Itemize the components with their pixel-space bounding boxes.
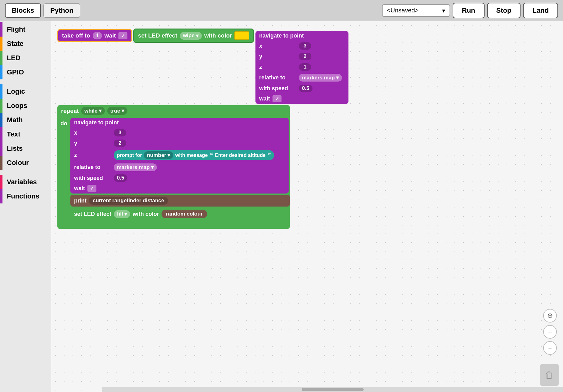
set-led-label: set LED effect	[138, 32, 177, 39]
print-block[interactable]: print current rangefinder distance	[70, 195, 290, 207]
zoom-target-button[interactable]: ⊕	[543, 309, 557, 323]
tab-blocks[interactable]: Blocks	[5, 3, 41, 18]
set-led-inner-block[interactable]: set LED effect fill ▾ with color random …	[70, 208, 290, 220]
repeat-block: repeat while ▾ true ▾ do	[57, 105, 290, 229]
nav1-y-row: y 2	[255, 51, 348, 62]
sidebar-item-flight[interactable]: Flight	[0, 22, 51, 37]
navigate-header-row: navigate to point	[255, 31, 348, 41]
nav2-speed-row: with speed 0.5	[70, 173, 289, 183]
nav2-x-row: x 3	[70, 127, 289, 138]
nav2-header-row: navigate to point	[70, 118, 289, 127]
color-swatch[interactable]	[234, 31, 249, 40]
nav2-y-val[interactable]: 2	[114, 140, 126, 147]
unsaved-dropdown[interactable]: <Unsaved> ▾	[382, 4, 450, 17]
block-area: take off to 1 wait ✓ set LED effect wipe…	[57, 27, 563, 229]
nav2-relative-dropdown[interactable]: markers map ▾	[114, 163, 157, 171]
nav2-wait-row: wait ✓	[70, 183, 289, 194]
while-dropdown[interactable]: while ▾	[81, 107, 105, 115]
nav1-z-val[interactable]: 1	[299, 63, 311, 71]
repeat-inner: navigate to point x 3 y 2 z	[70, 117, 290, 227]
with-color-label: with color	[204, 32, 232, 39]
navigate-block-2: navigate to point x 3 y 2 z	[70, 118, 289, 194]
nav2-z-row: z prompt for number ▾ with message ❝	[70, 149, 289, 162]
canvas-scrollbar[interactable]	[102, 387, 563, 392]
nav2-x-val[interactable]: 3	[114, 129, 126, 136]
nav1-relative-dropdown[interactable]: markers map ▾	[299, 74, 342, 82]
repeat-body: do navigate to point x 3	[57, 117, 290, 229]
sidebar-item-gpio[interactable]: GPIO	[0, 65, 51, 79]
canvas[interactable]: take off to 1 wait ✓ set LED effect wipe…	[51, 21, 563, 392]
true-dropdown[interactable]: true ▾	[107, 107, 127, 115]
sidebar-item-led[interactable]: LED	[0, 51, 51, 65]
canvas-controls: ⊕ ＋ －	[543, 309, 557, 355]
prompt-message: Enter desired altitude	[215, 153, 266, 158]
sidebar-item-lists[interactable]: Lists	[0, 141, 51, 156]
wait-label: wait	[104, 32, 116, 39]
nav2-speed-val[interactable]: 0.5	[114, 174, 127, 182]
stop-button[interactable]: Stop	[487, 3, 521, 18]
do-label: do	[57, 117, 70, 129]
sidebar-item-loops[interactable]: Loops	[0, 99, 51, 113]
nav1-x-row: x 3	[255, 41, 348, 51]
effect2-dropdown[interactable]: fill ▾	[114, 210, 130, 218]
nav1-speed-row: with speed 0.5	[255, 83, 348, 94]
take-off-label: take off to	[62, 32, 90, 39]
nav1-speed-val[interactable]: 0.5	[299, 85, 313, 92]
repeat-header: repeat while ▾ true ▾	[57, 105, 290, 117]
wait-check[interactable]: ✓	[118, 32, 127, 39]
prompt-type-dropdown[interactable]: number ▾	[144, 151, 173, 159]
sidebar-item-logic[interactable]: Logic	[0, 84, 51, 99]
sidebar-item-text[interactable]: Text	[0, 127, 51, 141]
nav1-wait-row: wait ✓	[255, 94, 348, 104]
nav1-relative-row: relative to markers map ▾	[255, 72, 348, 83]
nav1-x-val[interactable]: 3	[299, 42, 311, 50]
take-off-value[interactable]: 1	[93, 32, 102, 39]
effect-dropdown[interactable]: wipe ▾	[180, 32, 202, 40]
prompt-block[interactable]: prompt for number ▾ with message ❝ Enter…	[114, 150, 274, 160]
repeat-bottom-cap	[70, 222, 163, 227]
nav2-relative-row: relative to markers map ▾	[70, 162, 289, 173]
nav1-z-row: z 1	[255, 62, 348, 72]
sidebar-item-functions[interactable]: Functions	[0, 189, 51, 203]
sidebar-item-math[interactable]: Math	[0, 113, 51, 127]
nav1-wait-check[interactable]: ✓	[273, 95, 282, 102]
set-led-block[interactable]: set LED effect wipe ▾ with color	[133, 29, 254, 43]
navigate-block-1: navigate to point x 3 y 2 z 1 relative t…	[255, 31, 348, 104]
tab-python[interactable]: Python	[43, 3, 80, 18]
nav2-wait-check[interactable]: ✓	[87, 185, 96, 192]
header: Blocks Python <Unsaved> ▾ Run Stop Land	[0, 0, 563, 21]
run-button[interactable]: Run	[453, 3, 485, 18]
nav2-y-row: y 2	[70, 138, 289, 149]
print-value: current rangefinder distance	[89, 197, 168, 205]
random-colour-pill[interactable]: random colour	[162, 210, 207, 218]
sidebar: Flight State LED GPIO Logic Loops Math	[0, 21, 51, 392]
take-off-block[interactable]: take off to 1 wait ✓	[57, 29, 132, 42]
zoom-out-button[interactable]: －	[543, 341, 557, 355]
trash-area[interactable]: 🗑	[540, 364, 559, 386]
scrollbar-thumb[interactable]	[302, 388, 364, 391]
nav1-y-val[interactable]: 2	[299, 53, 311, 60]
sidebar-item-state[interactable]: State	[0, 37, 51, 51]
zoom-in-button[interactable]: ＋	[543, 325, 557, 339]
sidebar-item-variables[interactable]: Variables	[0, 175, 51, 189]
main-layout: Flight State LED GPIO Logic Loops Math	[0, 21, 563, 392]
land-button[interactable]: Land	[523, 3, 558, 18]
sidebar-item-colour[interactable]: Colour	[0, 156, 51, 170]
